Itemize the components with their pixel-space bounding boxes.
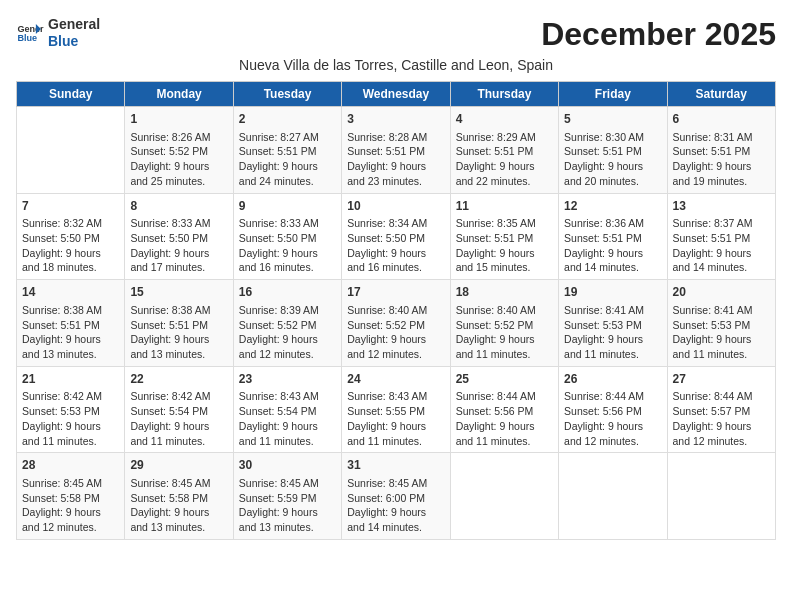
- day-info: Sunset: 5:51 PM: [239, 144, 336, 159]
- day-number: 17: [347, 284, 444, 301]
- day-info: Sunset: 5:58 PM: [130, 491, 227, 506]
- day-info: Daylight: 9 hours: [130, 246, 227, 261]
- calendar-cell: 18Sunrise: 8:40 AMSunset: 5:52 PMDayligh…: [450, 280, 558, 367]
- day-info: Daylight: 9 hours: [347, 332, 444, 347]
- calendar-cell: 9Sunrise: 8:33 AMSunset: 5:50 PMDaylight…: [233, 193, 341, 280]
- calendar-cell: 15Sunrise: 8:38 AMSunset: 5:51 PMDayligh…: [125, 280, 233, 367]
- calendar-cell: [559, 453, 667, 540]
- day-info: and 25 minutes.: [130, 174, 227, 189]
- day-info: and 13 minutes.: [130, 347, 227, 362]
- day-number: 12: [564, 198, 661, 215]
- calendar-cell: 14Sunrise: 8:38 AMSunset: 5:51 PMDayligh…: [17, 280, 125, 367]
- day-info: Daylight: 9 hours: [347, 159, 444, 174]
- day-info: Daylight: 9 hours: [456, 246, 553, 261]
- logo-line2: Blue: [48, 33, 100, 50]
- day-info: Daylight: 9 hours: [239, 332, 336, 347]
- header-wednesday: Wednesday: [342, 82, 450, 107]
- day-info: and 11 minutes.: [22, 434, 119, 449]
- calendar-cell: [17, 107, 125, 194]
- day-info: Daylight: 9 hours: [456, 419, 553, 434]
- day-info: and 18 minutes.: [22, 260, 119, 275]
- day-info: Sunset: 6:00 PM: [347, 491, 444, 506]
- day-info: Sunrise: 8:45 AM: [239, 476, 336, 491]
- day-info: Daylight: 9 hours: [456, 332, 553, 347]
- calendar-cell: 6Sunrise: 8:31 AMSunset: 5:51 PMDaylight…: [667, 107, 775, 194]
- calendar-cell: 29Sunrise: 8:45 AMSunset: 5:58 PMDayligh…: [125, 453, 233, 540]
- day-info: Daylight: 9 hours: [564, 246, 661, 261]
- day-info: Daylight: 9 hours: [22, 246, 119, 261]
- day-number: 11: [456, 198, 553, 215]
- calendar-cell: 13Sunrise: 8:37 AMSunset: 5:51 PMDayligh…: [667, 193, 775, 280]
- calendar-cell: 21Sunrise: 8:42 AMSunset: 5:53 PMDayligh…: [17, 366, 125, 453]
- day-number: 27: [673, 371, 770, 388]
- day-number: 19: [564, 284, 661, 301]
- day-number: 16: [239, 284, 336, 301]
- day-info: and 16 minutes.: [347, 260, 444, 275]
- day-number: 14: [22, 284, 119, 301]
- day-info: Daylight: 9 hours: [239, 419, 336, 434]
- logo-line1: General: [48, 16, 100, 33]
- calendar-cell: [450, 453, 558, 540]
- day-info: Sunset: 5:53 PM: [564, 318, 661, 333]
- day-info: Daylight: 9 hours: [347, 505, 444, 520]
- day-info: Sunrise: 8:28 AM: [347, 130, 444, 145]
- day-info: and 11 minutes.: [456, 347, 553, 362]
- day-number: 7: [22, 198, 119, 215]
- day-number: 31: [347, 457, 444, 474]
- day-info: and 11 minutes.: [239, 434, 336, 449]
- day-info: Sunset: 5:50 PM: [347, 231, 444, 246]
- day-info: Sunset: 5:50 PM: [22, 231, 119, 246]
- day-info: Sunset: 5:52 PM: [239, 318, 336, 333]
- day-info: and 14 minutes.: [673, 260, 770, 275]
- day-info: Daylight: 9 hours: [564, 332, 661, 347]
- day-info: Sunrise: 8:42 AM: [22, 389, 119, 404]
- day-info: and 11 minutes.: [564, 347, 661, 362]
- day-info: Sunrise: 8:42 AM: [130, 389, 227, 404]
- day-info: and 16 minutes.: [239, 260, 336, 275]
- calendar-cell: 5Sunrise: 8:30 AMSunset: 5:51 PMDaylight…: [559, 107, 667, 194]
- day-number: 24: [347, 371, 444, 388]
- day-info: Sunrise: 8:45 AM: [130, 476, 227, 491]
- day-number: 13: [673, 198, 770, 215]
- day-info: Sunset: 5:56 PM: [564, 404, 661, 419]
- day-info: Sunset: 5:51 PM: [22, 318, 119, 333]
- day-number: 2: [239, 111, 336, 128]
- day-number: 28: [22, 457, 119, 474]
- day-number: 4: [456, 111, 553, 128]
- calendar-cell: 7Sunrise: 8:32 AMSunset: 5:50 PMDaylight…: [17, 193, 125, 280]
- calendar-cell: 4Sunrise: 8:29 AMSunset: 5:51 PMDaylight…: [450, 107, 558, 194]
- calendar-cell: 23Sunrise: 8:43 AMSunset: 5:54 PMDayligh…: [233, 366, 341, 453]
- calendar-cell: 17Sunrise: 8:40 AMSunset: 5:52 PMDayligh…: [342, 280, 450, 367]
- day-number: 1: [130, 111, 227, 128]
- page-header: General Blue General Blue December 2025: [16, 16, 776, 53]
- day-info: Sunrise: 8:33 AM: [239, 216, 336, 231]
- day-info: Sunrise: 8:38 AM: [130, 303, 227, 318]
- day-number: 22: [130, 371, 227, 388]
- day-info: Daylight: 9 hours: [130, 419, 227, 434]
- day-info: and 17 minutes.: [130, 260, 227, 275]
- day-info: Sunrise: 8:41 AM: [673, 303, 770, 318]
- day-info: and 23 minutes.: [347, 174, 444, 189]
- day-info: Sunset: 5:50 PM: [239, 231, 336, 246]
- calendar-week-1: 1Sunrise: 8:26 AMSunset: 5:52 PMDaylight…: [17, 107, 776, 194]
- day-info: and 12 minutes.: [564, 434, 661, 449]
- day-info: Sunset: 5:53 PM: [673, 318, 770, 333]
- day-info: Sunrise: 8:27 AM: [239, 130, 336, 145]
- calendar-cell: 20Sunrise: 8:41 AMSunset: 5:53 PMDayligh…: [667, 280, 775, 367]
- day-info: Sunrise: 8:36 AM: [564, 216, 661, 231]
- day-info: and 24 minutes.: [239, 174, 336, 189]
- day-info: Sunrise: 8:34 AM: [347, 216, 444, 231]
- day-info: and 11 minutes.: [130, 434, 227, 449]
- day-info: Daylight: 9 hours: [564, 159, 661, 174]
- day-info: Sunrise: 8:38 AM: [22, 303, 119, 318]
- calendar-header-row: SundayMondayTuesdayWednesdayThursdayFrid…: [17, 82, 776, 107]
- calendar-cell: 10Sunrise: 8:34 AMSunset: 5:50 PMDayligh…: [342, 193, 450, 280]
- day-info: Sunrise: 8:44 AM: [673, 389, 770, 404]
- calendar-week-3: 14Sunrise: 8:38 AMSunset: 5:51 PMDayligh…: [17, 280, 776, 367]
- day-info: Sunset: 5:54 PM: [239, 404, 336, 419]
- calendar-cell: 2Sunrise: 8:27 AMSunset: 5:51 PMDaylight…: [233, 107, 341, 194]
- day-info: Sunset: 5:51 PM: [456, 231, 553, 246]
- day-number: 8: [130, 198, 227, 215]
- calendar-cell: 25Sunrise: 8:44 AMSunset: 5:56 PMDayligh…: [450, 366, 558, 453]
- day-info: Sunrise: 8:40 AM: [456, 303, 553, 318]
